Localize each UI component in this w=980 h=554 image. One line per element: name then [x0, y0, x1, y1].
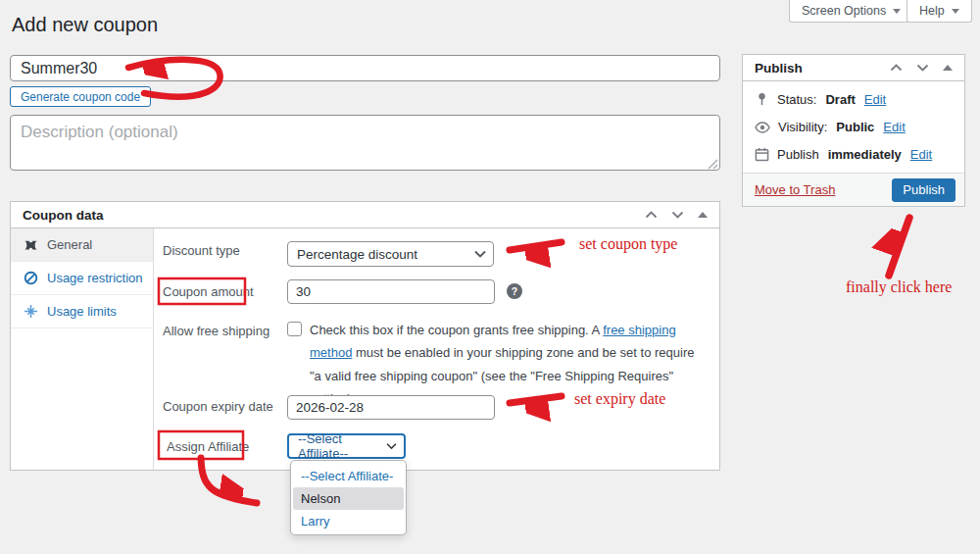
publish-footer: Move to Trash Publish — [743, 173, 964, 206]
free-shipping-checkbox[interactable] — [287, 322, 302, 336]
coupon-data-tabs: General Usage restriction Usage limits — [11, 228, 154, 470]
coupon-expiry-input[interactable] — [287, 395, 495, 420]
tab-usage-limits[interactable]: Usage limits — [11, 295, 153, 328]
chevron-down-icon — [893, 9, 901, 14]
chevron-down-icon — [474, 250, 486, 258]
tab-general[interactable]: General — [11, 228, 153, 262]
assign-affiliate-value: --Select Affiliate-- — [298, 431, 378, 461]
calendar-icon — [755, 147, 769, 162]
collapse-panel-icon[interactable] — [943, 65, 953, 71]
chevron-down-icon — [386, 443, 397, 450]
annotation-finally-click-here: finally click here — [846, 278, 952, 296]
status-label: Status: — [777, 92, 816, 107]
coupon-data-panel: Coupon data General — [10, 201, 720, 471]
discount-type-select[interactable]: Percentage discount — [287, 241, 494, 267]
collapse-panel-icon[interactable] — [698, 212, 708, 218]
dropdown-option-larry[interactable]: Larry — [291, 510, 406, 532]
generate-coupon-code-button[interactable]: Generate coupon code — [10, 86, 151, 107]
eye-icon — [755, 122, 770, 133]
status-value: Draft — [825, 92, 855, 107]
coupon-data-fields: Discount type Percentage discount Coupon… — [154, 228, 719, 470]
publish-button[interactable]: Publish — [892, 178, 956, 202]
dropdown-option-nelson[interactable]: Nelson — [293, 487, 404, 510]
pushpin-icon — [755, 92, 769, 107]
help-label: Help — [919, 4, 945, 18]
page-title: Add new coupon — [12, 14, 158, 36]
ticket-icon — [24, 238, 38, 252]
free-shipping-text-before: Check this box if the coupon grants free… — [310, 323, 603, 337]
chevron-down-icon — [952, 9, 959, 14]
publish-time-label: Publish — [777, 147, 819, 162]
publish-panel: Publish Status:Draft Edit Visibility:Pub… — [742, 54, 965, 207]
coupon-data-header: Coupon data — [11, 202, 719, 228]
assign-affiliate-select[interactable]: --Select Affiliate-- — [287, 433, 406, 459]
discount-type-value: Percentage discount — [297, 247, 417, 262]
limits-icon — [24, 304, 38, 319]
move-to-trash-link[interactable]: Move to Trash — [755, 182, 835, 197]
move-up-icon[interactable] — [890, 64, 903, 72]
tab-general-label: General — [47, 237, 92, 252]
coupon-amount-label: Coupon amount — [163, 284, 254, 299]
no-entry-icon — [24, 271, 38, 285]
discount-type-label: Discount type — [163, 243, 240, 258]
free-shipping-label: Allow free shipping — [163, 324, 270, 338]
status-row: Status:Draft Edit — [755, 92, 886, 107]
tab-usage-limits-label: Usage limits — [47, 304, 117, 319]
publish-time-value: immediately — [828, 147, 902, 162]
tab-usage-restriction[interactable]: Usage restriction — [11, 262, 153, 295]
tab-usage-restriction-label: Usage restriction — [47, 271, 143, 285]
move-down-icon[interactable] — [916, 64, 929, 72]
coupon-expiry-label: Coupon expiry date — [163, 399, 273, 414]
screen-options-button[interactable]: Screen Options — [789, 0, 913, 23]
description-textarea[interactable] — [10, 115, 720, 171]
visibility-label: Visibility: — [778, 120, 827, 134]
screen-options-label: Screen Options — [802, 4, 886, 18]
edit-status-link[interactable]: Edit — [864, 92, 886, 107]
arrow-to-publish-button — [889, 218, 909, 276]
coupon-code-input[interactable] — [10, 55, 720, 81]
edit-visibility-link[interactable]: Edit — [883, 120, 905, 134]
schedule-row: Publishimmediately Edit — [755, 147, 932, 162]
help-icon[interactable]: ? — [507, 283, 522, 299]
publish-title: Publish — [755, 61, 803, 76]
dropdown-option-select-affiliate[interactable]: --Select Affiliate-- — [291, 465, 406, 487]
affiliate-dropdown-list: --Select Affiliate-- Nelson Larry — [290, 460, 407, 535]
help-button[interactable]: Help — [906, 0, 972, 23]
coupon-data-title: Coupon data — [23, 208, 104, 223]
publish-header: Publish — [743, 55, 964, 81]
move-up-icon[interactable] — [645, 211, 658, 219]
edit-schedule-link[interactable]: Edit — [910, 147, 932, 162]
move-down-icon[interactable] — [671, 211, 684, 219]
visibility-row: Visibility:Public Edit — [755, 120, 906, 134]
coupon-amount-input[interactable] — [287, 279, 495, 304]
visibility-value: Public — [836, 120, 874, 134]
assign-affiliate-label: Assign Affiliate — [167, 439, 249, 454]
